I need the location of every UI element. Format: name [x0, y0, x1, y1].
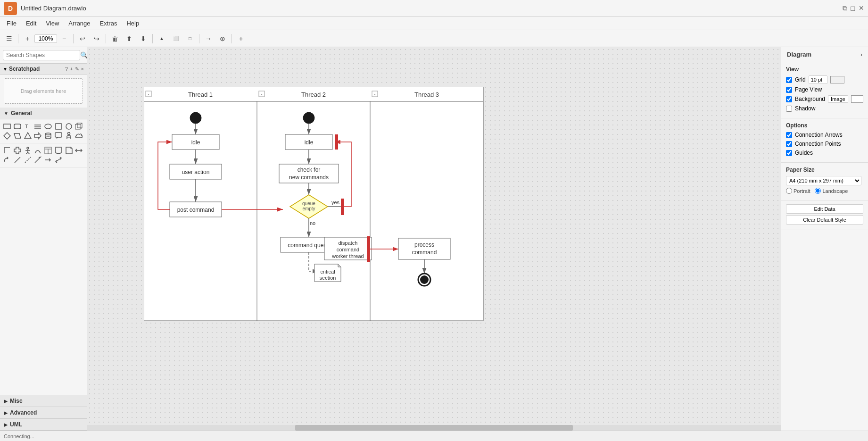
- insert-btn[interactable]: +: [235, 33, 247, 45]
- shape-parallelogram[interactable]: [13, 132, 22, 140]
- shadow-btn[interactable]: □: [184, 33, 196, 45]
- zoom-input[interactable]: 100%: [34, 34, 57, 43]
- paper-size-select[interactable]: A4 (210 mm x 297 mm): [786, 176, 861, 185]
- shadow-checkbox[interactable]: [786, 106, 792, 112]
- diagram-panel-title: Diagram: [787, 51, 811, 58]
- shape-lines[interactable]: [33, 122, 42, 131]
- shape-person[interactable]: [65, 132, 73, 140]
- shape-double-arrow[interactable]: [74, 146, 83, 155]
- shape-ellipse[interactable]: [44, 122, 52, 131]
- panel-header: Diagram ›: [781, 47, 868, 62]
- sidebar-toggle-btn[interactable]: ☰: [3, 33, 15, 45]
- scratchpad-arrow: ▼: [3, 67, 8, 72]
- zoom-in-btn[interactable]: +: [21, 33, 33, 45]
- shape-triangle[interactable]: [24, 132, 32, 140]
- shape-arrow-line2[interactable]: [44, 156, 52, 164]
- undo-btn[interactable]: ↩: [76, 33, 89, 45]
- shape-3d-box[interactable]: [74, 122, 83, 131]
- shape-arc[interactable]: [33, 146, 42, 155]
- grid-color-swatch[interactable]: [830, 76, 844, 83]
- shape-table[interactable]: [44, 146, 52, 155]
- scratchpad-help-btn[interactable]: ?: [65, 66, 68, 72]
- shape-document[interactable]: [54, 146, 63, 155]
- shape-cloud[interactable]: [74, 132, 83, 140]
- line-color-btn[interactable]: ⬜: [170, 33, 182, 45]
- landscape-radio[interactable]: [815, 188, 821, 194]
- category-uml[interactable]: ▶ UML: [0, 419, 87, 431]
- to-front-btn[interactable]: ⬆: [123, 33, 135, 45]
- guides-checkbox[interactable]: [786, 150, 792, 156]
- menu-extras[interactable]: Extras: [95, 19, 122, 28]
- scratchpad-add-btn[interactable]: +: [70, 66, 73, 72]
- shape-text[interactable]: T: [24, 122, 32, 131]
- connection-arrows-checkbox[interactable]: [786, 132, 792, 138]
- zoom-out-btn[interactable]: −: [58, 33, 70, 45]
- portrait-radio-label[interactable]: Portrait: [786, 188, 810, 194]
- shape-bidirectional[interactable]: [54, 156, 63, 164]
- shape-rounded-rect[interactable]: [13, 122, 22, 131]
- shape-callout[interactable]: [54, 132, 63, 140]
- search-button[interactable]: 🔍: [80, 50, 87, 60]
- scratchpad-edit-btn[interactable]: ✎: [75, 66, 79, 72]
- svg-point-18: [45, 133, 51, 135]
- shape-circle[interactable]: [65, 122, 73, 131]
- shape-arrow-line[interactable]: [33, 156, 42, 164]
- sep6: [231, 34, 232, 43]
- sep2: [73, 34, 74, 43]
- panel-collapse-btn[interactable]: ›: [860, 51, 862, 58]
- horizontal-scrollbar[interactable]: [87, 425, 781, 431]
- background-color-swatch[interactable]: [851, 95, 863, 103]
- shape-curved-arrow[interactable]: [3, 156, 11, 164]
- category-general[interactable]: ▼ General: [0, 108, 87, 119]
- scratchpad-drop-area: Drag elements here: [4, 78, 83, 104]
- hscroll-thumb[interactable]: [295, 425, 572, 431]
- connection-btn[interactable]: →: [202, 33, 215, 45]
- maximize-icon[interactable]: ◻: [850, 4, 856, 12]
- redo-btn[interactable]: ↪: [91, 33, 103, 45]
- shape-cross[interactable]: [13, 146, 22, 155]
- shape-square[interactable]: [54, 122, 63, 131]
- shape-diamond[interactable]: [3, 132, 11, 140]
- menu-help[interactable]: Help: [122, 19, 144, 28]
- window-controls[interactable]: ⧉ ◻ ✕: [843, 4, 864, 12]
- restore-icon[interactable]: ⧉: [843, 4, 847, 12]
- shape-actor[interactable]: [24, 146, 32, 155]
- svg-text:no: no: [310, 220, 315, 226]
- shape-arrow-right[interactable]: [33, 132, 42, 140]
- edit-data-btn[interactable]: Edit Data: [786, 204, 863, 214]
- menu-arrange[interactable]: Arrange: [64, 19, 95, 28]
- page-view-checkbox[interactable]: [786, 87, 792, 93]
- svg-text:-: -: [261, 92, 263, 97]
- scratchpad-header[interactable]: ▼ Scratchpad ? + ✎ ×: [0, 64, 87, 75]
- image-btn[interactable]: Image: [828, 95, 848, 103]
- close-icon[interactable]: ✕: [859, 4, 864, 12]
- menu-edit[interactable]: Edit: [21, 19, 41, 28]
- canvas-area[interactable]: - - - Thread 1 Thread 2 Thread 3 idle: [87, 47, 781, 431]
- connection-points-checkbox[interactable]: [786, 141, 792, 147]
- portrait-radio[interactable]: [786, 188, 792, 194]
- waypoint-btn[interactable]: ⊕: [216, 33, 229, 45]
- canvas[interactable]: - - - Thread 1 Thread 2 Thread 3 idle: [87, 47, 781, 431]
- menu-file[interactable]: File: [2, 19, 21, 28]
- shape-dashed-line[interactable]: [24, 156, 32, 164]
- grid-value-input[interactable]: 10 pt: [809, 75, 827, 84]
- fill-color-btn[interactable]: ▲: [156, 33, 168, 45]
- category-misc[interactable]: ▶ Misc: [0, 395, 87, 407]
- shape-line[interactable]: [13, 156, 22, 164]
- clear-style-btn[interactable]: Clear Default Style: [786, 215, 863, 225]
- scratchpad-close-btn[interactable]: ×: [81, 66, 84, 72]
- category-advanced[interactable]: ▶ Advanced: [0, 407, 87, 419]
- background-checkbox[interactable]: [786, 96, 792, 102]
- svg-point-24: [67, 133, 70, 135]
- shape-note[interactable]: [65, 146, 73, 155]
- shape-cylinder[interactable]: [44, 132, 52, 140]
- menu-view[interactable]: View: [41, 19, 64, 28]
- search-input[interactable]: [3, 50, 80, 60]
- delete-btn[interactable]: 🗑: [109, 33, 121, 45]
- to-back-btn[interactable]: ⬇: [137, 33, 149, 45]
- grid-checkbox[interactable]: [786, 77, 792, 83]
- shape-corner[interactable]: [3, 146, 11, 155]
- left-panel: 🔍 ▼ Scratchpad ? + ✎ × Drag elements her…: [0, 47, 87, 431]
- landscape-radio-label[interactable]: Landscape: [815, 188, 848, 194]
- shape-rect[interactable]: [3, 122, 11, 131]
